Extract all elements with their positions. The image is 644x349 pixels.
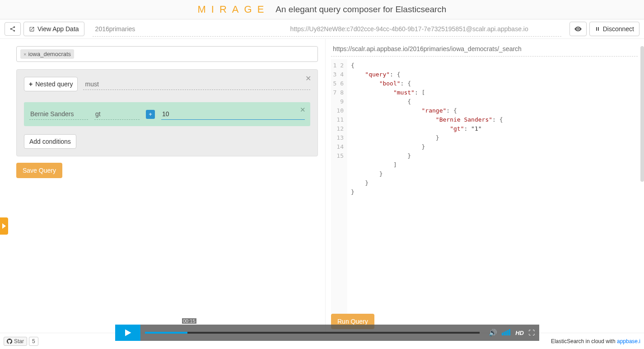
type-tag: × iowa_democrats [20,49,74,59]
chevron-right-icon [2,223,6,229]
video-right-controls: 🔊 HD ⛶ [484,329,539,337]
eye-icon [574,26,582,32]
json-code: { "query": { "bool": { "must": [ { "rang… [347,59,503,327]
plus-icon: + [29,80,33,88]
footer-promo: ElasticSearch in cloud with appbase.i [551,338,640,344]
add-conditions-button[interactable]: Add conditions [24,134,76,149]
query-builder-pane: × iowa_democrats ✕ + Nested query ✕ + [0,39,325,333]
scrollbar[interactable] [640,46,644,182]
external-link-icon [29,26,35,32]
play-icon [124,329,132,337]
bool-query-block: ✕ + Nested query ✕ + Add conditions [16,69,318,156]
remove-block-icon[interactable]: ✕ [305,74,311,83]
connection-url-field[interactable]: https://Uy82NeW8e:c7d02cce-94cc-4b60-9b1… [257,25,561,33]
type-selector[interactable]: × iowa_democrats [16,46,318,62]
tagline: An elegant query composer for Elasticsea… [275,5,446,14]
volume-icon[interactable]: 🔊 [489,329,497,337]
github-star-button[interactable]: Star [4,337,27,346]
seek-track[interactable]: 00:15 [140,325,484,341]
add-operator-button[interactable]: + [146,110,155,119]
seek-track-bg [145,332,480,334]
save-query-button[interactable]: Save Query [16,163,62,178]
disconnect-button[interactable]: Disconnect [589,22,639,36]
github-star-count: 5 [29,337,38,346]
query-json-pane: https://scalr.api.appbase.io/2016primari… [325,39,644,333]
top-brand-bar: MIRAGE An elegant query composer for Ela… [0,0,644,19]
main-split: × iowa_democrats ✕ + Nested query ✕ + [0,39,644,333]
condition-row: ✕ + [24,102,310,126]
view-app-data-button[interactable]: View App Data [23,22,84,36]
video-control-bar: 00:15 🔊 HD ⛶ [115,325,539,341]
footer-promo-text: ElasticSearch in cloud with [551,338,617,344]
play-button[interactable] [115,325,140,341]
json-editor[interactable]: 1 2 3 4 5 6 7 8 9 10 11 12 13 14 15 { "q… [331,59,640,327]
share-button[interactable] [5,22,21,36]
github-star-label: Star [14,338,24,344]
volume-bars[interactable] [502,329,511,337]
line-number-gutter: 1 2 3 4 5 6 7 8 9 10 11 12 13 14 15 [331,59,347,327]
toolbar: View App Data 2016primaries https://Uy82… [0,19,644,39]
nested-query-label: Nested query [35,80,73,88]
bool-clause-field[interactable] [83,79,310,90]
search-endpoint: https://scalr.api.appbase.io/2016primari… [331,44,638,57]
remove-tag-icon[interactable]: × [23,52,26,57]
reveal-password-button[interactable] [569,22,587,36]
remove-condition-icon[interactable]: ✕ [300,106,306,114]
appbase-link[interactable]: appbase.i [617,338,640,344]
index-name-field[interactable]: 2016primaries [93,25,257,33]
fullscreen-icon[interactable]: ⛶ [528,329,535,336]
hd-badge[interactable]: HD [515,330,524,336]
sidebar-expand-handle[interactable] [0,217,8,235]
disconnect-label: Disconnect [603,25,634,33]
condition-field-input[interactable] [29,108,88,120]
github-icon [7,339,12,344]
condition-value-input[interactable] [161,108,305,120]
pause-icon [595,26,600,32]
nested-query-button[interactable]: + Nested query [24,77,78,91]
view-app-data-label: View App Data [37,25,79,33]
add-conditions-label: Add conditions [29,138,71,145]
connection-bar: 2016primaries https://Uy82NeW8e:c7d02cce… [93,21,561,37]
type-tag-label: iowa_democrats [28,51,71,57]
brand-logo: MIRAGE [198,4,270,15]
condition-operator-input[interactable] [94,108,140,120]
playhead-time: 00:15 [182,318,196,324]
seek-progress [145,332,187,334]
share-icon [9,26,16,32]
